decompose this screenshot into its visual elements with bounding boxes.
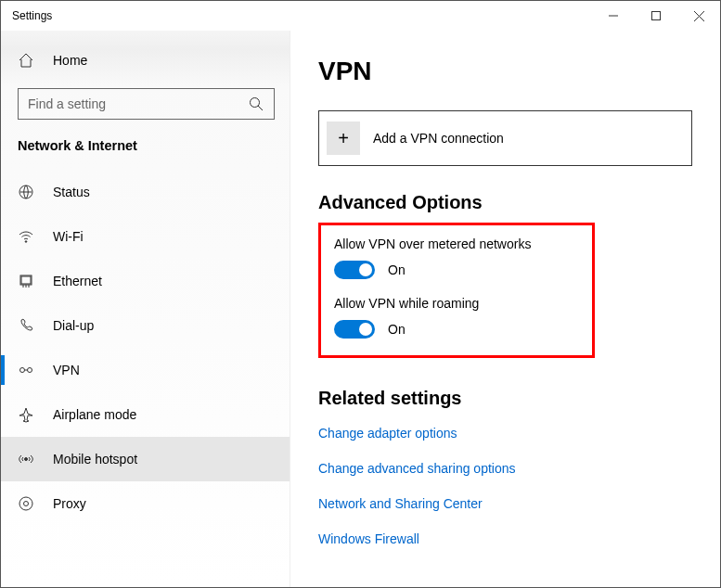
nav-label: Mobile hotspot bbox=[53, 452, 137, 467]
add-vpn-button[interactable]: + Add a VPN connection bbox=[318, 110, 692, 166]
minimize-button[interactable] bbox=[592, 1, 635, 31]
sidebar: Home Find a setting Network & Internet S… bbox=[1, 31, 290, 587]
vpn-icon bbox=[18, 362, 34, 378]
roaming-state: On bbox=[388, 322, 406, 337]
svg-point-13 bbox=[20, 368, 25, 373]
nav-airplane[interactable]: Airplane mode bbox=[1, 392, 290, 437]
nav-label: Proxy bbox=[53, 496, 86, 511]
section-header: Network & Internet bbox=[1, 138, 290, 170]
metered-state: On bbox=[388, 262, 406, 277]
svg-rect-9 bbox=[21, 276, 31, 284]
add-vpn-label: Add a VPN connection bbox=[373, 131, 504, 146]
related-header: Related settings bbox=[318, 388, 692, 409]
nav-hotspot[interactable]: Mobile hotspot bbox=[1, 437, 290, 481]
svg-point-18 bbox=[24, 502, 29, 506]
status-icon bbox=[18, 184, 34, 200]
svg-point-7 bbox=[25, 241, 27, 243]
nav-label: Wi-Fi bbox=[53, 229, 84, 244]
roaming-label: Allow VPN while roaming bbox=[334, 296, 579, 311]
settings-window: Settings Home Find a setting bbox=[0, 0, 721, 588]
minimize-icon bbox=[609, 11, 618, 20]
content-pane: VPN + Add a VPN connection Advanced Opti… bbox=[290, 31, 720, 587]
nav-vpn[interactable]: VPN bbox=[1, 348, 290, 392]
nav-home[interactable]: Home bbox=[1, 38, 290, 83]
proxy-icon bbox=[18, 495, 34, 512]
airplane-icon bbox=[18, 406, 34, 423]
home-icon bbox=[18, 52, 34, 69]
search-placeholder: Find a setting bbox=[28, 96, 106, 111]
window-controls bbox=[592, 1, 720, 31]
dialup-icon bbox=[18, 317, 34, 334]
close-icon bbox=[694, 11, 704, 21]
page-title: VPN bbox=[318, 57, 692, 86]
nav-dialup[interactable]: Dial-up bbox=[1, 303, 290, 348]
nav-label: Airplane mode bbox=[53, 407, 136, 422]
search-input[interactable]: Find a setting bbox=[18, 88, 275, 120]
related-settings: Related settings Change adapter options … bbox=[318, 388, 692, 546]
svg-point-17 bbox=[19, 497, 32, 510]
svg-point-16 bbox=[25, 458, 28, 461]
link-network-sharing-center[interactable]: Network and Sharing Center bbox=[318, 496, 692, 511]
link-windows-firewall[interactable]: Windows Firewall bbox=[318, 531, 692, 546]
nav-proxy[interactable]: Proxy bbox=[1, 481, 290, 526]
roaming-toggle[interactable] bbox=[334, 320, 375, 339]
search-icon bbox=[248, 96, 264, 112]
titlebar: Settings bbox=[1, 1, 720, 31]
link-adapter-options[interactable]: Change adapter options bbox=[318, 426, 692, 441]
hotspot-icon bbox=[18, 451, 34, 467]
window-title: Settings bbox=[12, 9, 592, 22]
nav-label: Ethernet bbox=[53, 274, 102, 288]
svg-rect-1 bbox=[652, 12, 661, 20]
metered-label: Allow VPN over metered networks bbox=[334, 236, 579, 251]
metered-toggle[interactable] bbox=[334, 261, 375, 279]
roaming-toggle-row: On bbox=[334, 320, 579, 339]
svg-line-5 bbox=[258, 106, 263, 110]
nav-label: VPN bbox=[53, 363, 80, 377]
maximize-button[interactable] bbox=[635, 1, 677, 31]
wifi-icon bbox=[18, 228, 34, 245]
nav-status[interactable]: Status bbox=[1, 170, 290, 214]
nav-label: Status bbox=[53, 185, 90, 199]
nav-home-label: Home bbox=[53, 53, 87, 68]
link-sharing-options[interactable]: Change advanced sharing options bbox=[318, 461, 692, 476]
close-button[interactable] bbox=[677, 1, 720, 31]
plus-icon: + bbox=[327, 121, 360, 155]
nav-wifi[interactable]: Wi-Fi bbox=[1, 214, 290, 259]
metered-toggle-row: On bbox=[334, 261, 579, 279]
window-body: Home Find a setting Network & Internet S… bbox=[1, 31, 720, 587]
advanced-header: Advanced Options bbox=[318, 192, 692, 213]
ethernet-icon bbox=[18, 273, 34, 289]
svg-point-14 bbox=[28, 368, 32, 373]
advanced-options-highlight: Allow VPN over metered networks On Allow… bbox=[318, 223, 595, 358]
nav-ethernet[interactable]: Ethernet bbox=[1, 259, 290, 303]
maximize-icon bbox=[651, 11, 661, 20]
nav-label: Dial-up bbox=[53, 318, 94, 333]
